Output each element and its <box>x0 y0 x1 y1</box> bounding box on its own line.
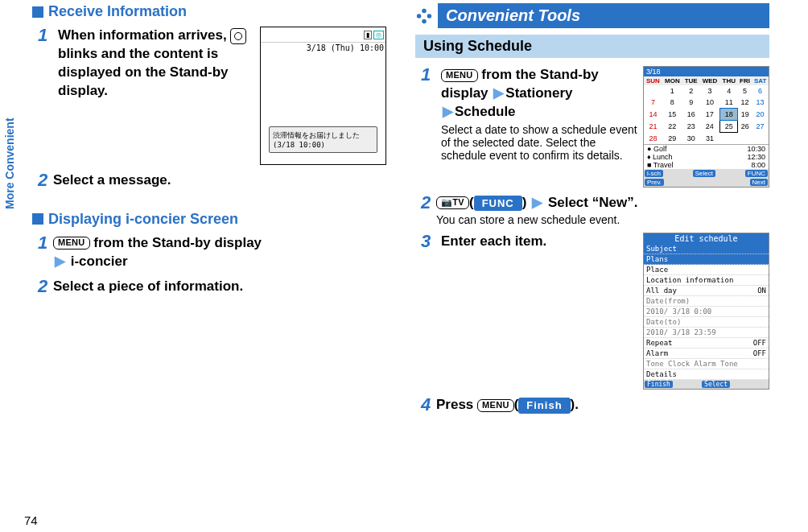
left-column: Receive Information 1 When information a… <box>0 0 406 532</box>
status-bar: ▮◎ <box>261 27 385 43</box>
field-alarm: AlarmOFF <box>644 348 769 359</box>
field-repeat: RepeatOFF <box>644 338 769 348</box>
banner-row: Convenient Tools <box>415 3 769 28</box>
step-receive-2: 2 Select a message. <box>32 171 386 190</box>
section-title: Displaying i-concier Screen <box>48 211 238 228</box>
calendar-screenshot: 3/18 SUNMONTUEWEDTHUFRISAT 123456 789101… <box>643 66 769 188</box>
field-location: Location information <box>644 275 769 286</box>
step-description: You can store a new schedule event. <box>436 213 769 226</box>
popup-line-2: (3/18 10:00) <box>273 141 373 149</box>
step-number: 1 <box>415 66 436 84</box>
step-number: 1 <box>32 27 53 44</box>
calendar-title-bar: 3/18 <box>644 67 769 76</box>
arrow-icon: ▶ <box>492 85 505 101</box>
step-schedule-2: 2 📷TV(FUNC) ▶ Select “New”. You can stor… <box>415 194 769 227</box>
side-tab-label: More Convenient <box>3 118 16 209</box>
paren: ( <box>469 195 474 210</box>
menu-key-icon: MENU <box>441 69 478 82</box>
step-text: MENU from the Stand-by display ▶ i-conci… <box>53 234 386 271</box>
calendar-softkeys: i-sch Select FUNC <box>644 169 769 178</box>
paren: ). <box>571 397 579 412</box>
step-text-suffix: blinks and the content is displayed on t… <box>58 46 229 98</box>
step-text-fragment: Press <box>436 397 477 412</box>
sub-banner: Using Schedule <box>415 35 769 58</box>
camera-tv-key-icon: 📷TV <box>436 196 469 209</box>
svg-point-2 <box>417 14 422 19</box>
step-number: 4 <box>415 396 436 414</box>
svg-point-3 <box>427 14 432 19</box>
step-number: 2 <box>415 194 436 227</box>
edit-schedule-title: Edit schedule <box>644 233 769 244</box>
field-tone: Tone Clock Alarm Tone <box>644 359 769 369</box>
calendar-day-header: SUNMONTUEWEDTHUFRISAT <box>644 76 769 85</box>
flower-icon <box>415 7 433 25</box>
field-allday: All dayON <box>644 286 769 296</box>
step-text: 📷TV(FUNC) ▶ Select “New”. <box>436 194 769 212</box>
field-place: Place <box>644 265 769 275</box>
arrow-icon: ▶ <box>53 254 67 269</box>
svg-point-1 <box>422 19 427 23</box>
calendar-grid: SUNMONTUEWEDTHUFRISAT 123456 78910111213… <box>644 76 769 144</box>
step-text: Select a piece of information. <box>53 278 386 296</box>
field-date-from-value: 2010/ 3/18 0:00 <box>644 307 769 317</box>
section-bullet-icon <box>32 213 43 225</box>
chapter-banner: Convenient Tools <box>438 3 769 28</box>
arrow-icon: ▶ <box>441 104 455 119</box>
step-text-fragment: Stationery <box>505 85 572 101</box>
step-text-fragment: Select “New”. <box>548 195 638 210</box>
step-text: Press MENU(Finish). <box>436 396 769 414</box>
phone-illustration: ▮◎ 3/18 (Thu) 10:00 渋滞情報をお届けしました (3/18 1… <box>260 27 386 165</box>
section-title: Receive Information <box>48 3 187 20</box>
step-schedule-1: 1 MENU from the Stand-by display ▶Statio… <box>415 66 769 188</box>
step-text: Select a message. <box>53 171 386 190</box>
edit-schedule-screenshot: Edit schedule Subject Plans Place Locati… <box>643 233 769 390</box>
right-column: Convenient Tools Using Schedule 1 MENU f… <box>406 0 789 532</box>
step-iconcier-2: 2 Select a piece of information. <box>32 278 386 296</box>
step-text-fragment: Schedule <box>455 104 516 119</box>
step-text: MENU from the Stand-by display ▶Statione… <box>441 66 638 122</box>
step-number: 1 <box>32 234 53 271</box>
svg-point-0 <box>422 8 427 13</box>
calendar-softkeys-row2: Prev. Next <box>644 178 769 187</box>
popup-line-1: 渋滞情報をお届けしました <box>273 130 373 141</box>
step-receive-1: 1 When information arrives, blinks and t… <box>32 27 386 165</box>
section-bullet-icon <box>32 6 43 18</box>
section-header-iconcier: Displaying i-concier Screen <box>32 211 386 228</box>
field-subject: Subject <box>644 244 769 254</box>
standby-clock: 3/18 (Thu) 10:00 <box>261 43 385 53</box>
step-schedule-3: 3 Enter each item. Edit schedule Subject… <box>415 233 769 390</box>
info-arrival-icon <box>230 28 246 44</box>
paren: ) <box>522 195 527 210</box>
standby-screenshot: ▮◎ 3/18 (Thu) 10:00 渋滞情報をお届けしました (3/18 1… <box>260 27 386 165</box>
step-description: Select a date to show a schedule event o… <box>441 123 638 162</box>
edit-schedule-softkeys: Finish Select x <box>644 380 769 389</box>
step-text-fragment: i-concier <box>71 254 128 269</box>
section-header-receive: Receive Information <box>32 3 386 20</box>
step-text: Enter each item. <box>441 233 638 251</box>
field-details: Details <box>644 369 769 380</box>
step-number: 2 <box>32 171 53 190</box>
page-number: 74 <box>24 513 38 527</box>
svg-point-4 <box>423 14 426 18</box>
standby-popup: 渋滞情報をお届けしました (3/18 10:00) <box>269 126 377 153</box>
arrow-icon: ▶ <box>530 195 544 210</box>
page: Receive Information 1 When information a… <box>0 0 808 532</box>
field-date-to-value: 2010/ 3/18 23:59 <box>644 328 769 338</box>
step-text-fragment: from the Stand-by display <box>93 235 262 250</box>
field-date-to-label: Date(to) <box>644 317 769 328</box>
step-iconcier-1: 1 MENU from the Stand-by display ▶ i-con… <box>32 234 386 271</box>
step-schedule-4: 4 Press MENU(Finish). <box>415 396 769 414</box>
field-date-from-label: Date(from) <box>644 296 769 307</box>
step-number: 2 <box>32 278 53 296</box>
step-number: 3 <box>415 233 436 250</box>
calendar-event-list: ● Golf10:30 ♦ Lunch12:30 ■ Travel8:00 <box>644 144 769 169</box>
menu-key-icon: MENU <box>477 399 514 412</box>
step-text-prefix: When information arrives, <box>58 27 230 43</box>
step-text: When information arrives, blinks and the… <box>58 27 255 101</box>
menu-key-icon: MENU <box>53 237 90 250</box>
func-softkey-label: FUNC <box>474 196 522 212</box>
field-subject-value: Plans <box>644 254 769 265</box>
finish-softkey-label: Finish <box>518 398 570 414</box>
